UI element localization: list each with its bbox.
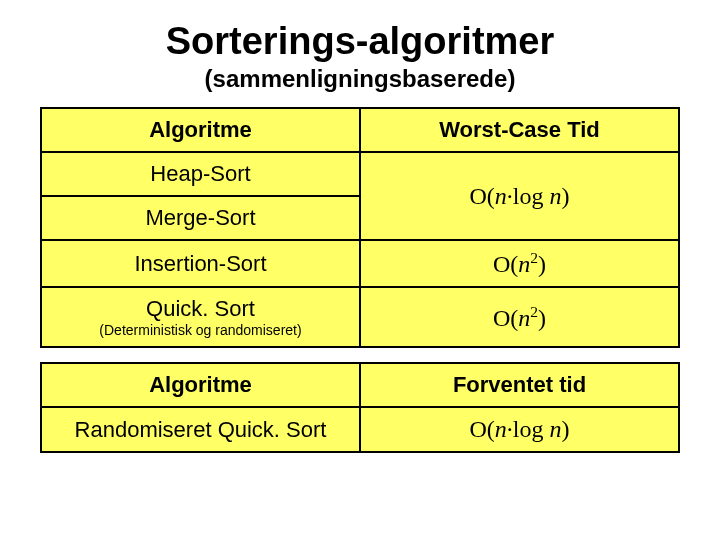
cell-insertionsort: Insertion-Sort [41, 240, 360, 287]
cell-quicksort-note: (Deterministisk og randomiseret) [48, 322, 353, 338]
expected-time-table: Algoritme Forventet tid Randomiseret Qui… [40, 362, 680, 453]
cell-n2-insertion: O(n2) [360, 240, 679, 287]
col-header-algoritme2: Algoritme [41, 363, 360, 407]
table-row: Algoritme Worst-Case Tid [41, 108, 679, 152]
col-header-algoritme: Algoritme [41, 108, 360, 152]
table-row: Quick. Sort (Deterministisk og randomise… [41, 287, 679, 347]
cell-nlogn: O(n·log n) [360, 152, 679, 240]
table-row: Randomiseret Quick. Sort O(n·log n) [41, 407, 679, 452]
table-row: Insertion-Sort O(n2) [41, 240, 679, 287]
col-header-forventet: Forventet tid [360, 363, 679, 407]
worst-case-table: Algoritme Worst-Case Tid Heap-Sort O(n·l… [40, 107, 680, 348]
cell-n2-quicksort: O(n2) [360, 287, 679, 347]
cell-nlogn-expected: O(n·log n) [360, 407, 679, 452]
page-subtitle: (sammenligningsbaserede) [40, 65, 680, 93]
cell-quicksort: Quick. Sort (Deterministisk og randomise… [41, 287, 360, 347]
table-row: Algoritme Forventet tid [41, 363, 679, 407]
col-header-worstcase: Worst-Case Tid [360, 108, 679, 152]
cell-quicksort-label: Quick. Sort [48, 296, 353, 322]
cell-rand-quicksort: Randomiseret Quick. Sort [41, 407, 360, 452]
table-row: Heap-Sort O(n·log n) [41, 152, 679, 196]
cell-heapsort: Heap-Sort [41, 152, 360, 196]
cell-mergesort: Merge-Sort [41, 196, 360, 240]
page-title: Sorterings-algoritmer [40, 20, 680, 63]
